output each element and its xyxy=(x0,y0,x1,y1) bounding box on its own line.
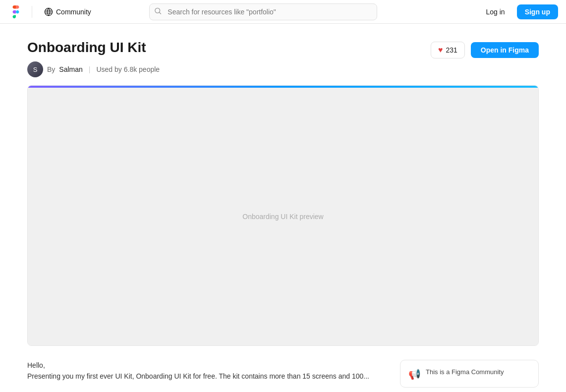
bottom-area: Hello, Presenting you my first ever UI K… xyxy=(27,360,539,392)
main-header: Community Log in Sign up xyxy=(0,0,566,24)
preview-alt-text: Onboarding UI Kit preview xyxy=(242,213,323,221)
preview-image: Onboarding UI Kit preview xyxy=(28,88,538,345)
description-area: Hello, Presenting you my first ever UI K… xyxy=(27,360,388,388)
author-by-label: By xyxy=(47,65,55,73)
notice-text: This is a Figma Community xyxy=(426,367,504,377)
like-count: 231 xyxy=(446,46,457,54)
page-title: Onboarding UI Kit xyxy=(27,40,160,56)
figma-logo[interactable] xyxy=(8,4,24,20)
avatar: S xyxy=(27,61,43,77)
title-actions: ♥ 231 Open in Figma xyxy=(431,42,539,58)
like-button[interactable]: ♥ 231 xyxy=(431,42,465,58)
megaphone-icon: 📢 xyxy=(408,368,421,380)
globe-icon xyxy=(44,7,53,16)
community-label: Community xyxy=(56,8,91,16)
preview-container: Onboarding UI Kit preview xyxy=(27,85,539,346)
author-name[interactable]: Salman xyxy=(59,65,82,73)
search-bar xyxy=(149,3,377,20)
title-left: Onboarding UI Kit S By Salman | Used by … xyxy=(27,40,160,77)
search-input[interactable] xyxy=(149,3,377,20)
header-divider xyxy=(32,6,32,18)
description-line2: Presenting you my first ever UI Kit, Onb… xyxy=(27,371,388,382)
description-text: Hello, Presenting you my first ever UI K… xyxy=(27,360,388,382)
description-line1: Hello, xyxy=(27,360,388,371)
community-nav[interactable]: Community xyxy=(40,5,95,18)
search-icon xyxy=(154,7,162,16)
page-content: Onboarding UI Kit S By Salman | Used by … xyxy=(15,24,551,392)
signup-button[interactable]: Sign up xyxy=(517,4,558,19)
used-by-label: Used by 6.8k people xyxy=(96,65,160,73)
author-separator: | xyxy=(89,65,91,73)
open-in-figma-button[interactable]: Open in Figma xyxy=(471,42,539,58)
title-row: Onboarding UI Kit S By Salman | Used by … xyxy=(27,40,539,77)
figma-community-notice: 📢 This is a Figma Community xyxy=(400,360,539,388)
login-button[interactable]: Log in xyxy=(480,5,510,19)
heart-icon: ♥ xyxy=(438,46,443,55)
header-actions: Log in Sign up xyxy=(480,4,558,19)
author-row: S By Salman | Used by 6.8k people xyxy=(27,61,160,77)
